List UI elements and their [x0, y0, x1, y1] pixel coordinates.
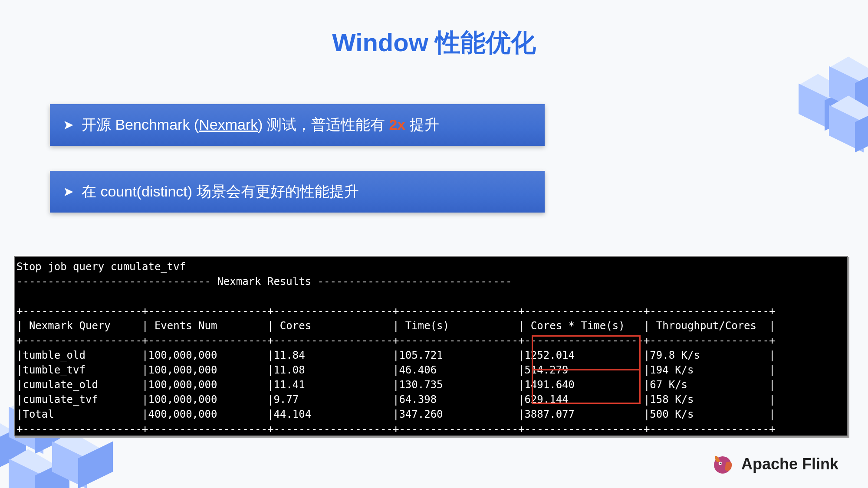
- table-row: |cumulate_old |100,000,000 |11.41 |130.7…: [16, 379, 775, 391]
- table-row: |cumulate_tvf |100,000,000 |9.77 |64.398…: [16, 393, 775, 406]
- table-row: |tumble_old |100,000,000 |11.84 |105.721…: [16, 349, 775, 361]
- nexmark-link[interactable]: Nexmark: [199, 116, 258, 133]
- svg-point-2: [720, 462, 722, 464]
- terminal-stop-line: Stop job query cumulate_tvf: [16, 261, 186, 273]
- chevron-right-icon: ➤: [63, 116, 74, 134]
- flink-squirrel-icon: [710, 452, 735, 477]
- bullet-count-distinct-text: 在 count(distinct) 场景会有更好的性能提升: [82, 181, 359, 202]
- footer-brand-text: Apache Flink: [741, 455, 838, 473]
- chevron-right-icon: ➤: [63, 183, 74, 201]
- two-x-highlight: 2x: [389, 116, 405, 133]
- terminal-results-header: ------------------------------- Nexmark …: [16, 275, 512, 288]
- table-border: +-------------------+-------------------…: [16, 334, 775, 347]
- slide-title: Window 性能优化: [0, 26, 868, 60]
- footer-logo: Apache Flink: [710, 452, 838, 477]
- table-border: +-------------------+-------------------…: [16, 305, 775, 317]
- table-border: +-------------------+-------------------…: [16, 423, 775, 435]
- table-row: |tumble_tvf |100,000,000 |11.08 |46.406 …: [16, 364, 775, 376]
- bullet-benchmark-text: 开源 Benchmark (Nexmark) 测试，普适性能有 2x 提升: [82, 115, 439, 135]
- bullet-benchmark: ➤ 开源 Benchmark (Nexmark) 测试，普适性能有 2x 提升: [50, 104, 545, 146]
- table-header-row: | Nexmark Query | Events Num | Cores | T…: [16, 320, 775, 332]
- bullet-count-distinct: ➤ 在 count(distinct) 场景会有更好的性能提升: [50, 171, 545, 213]
- table-row: |Total |400,000,000 |44.104 |347.260 |38…: [16, 408, 775, 420]
- terminal-output: Stop job query cumulate_tvf ------------…: [14, 256, 848, 436]
- decor-cubes-top-right: [781, 61, 868, 174]
